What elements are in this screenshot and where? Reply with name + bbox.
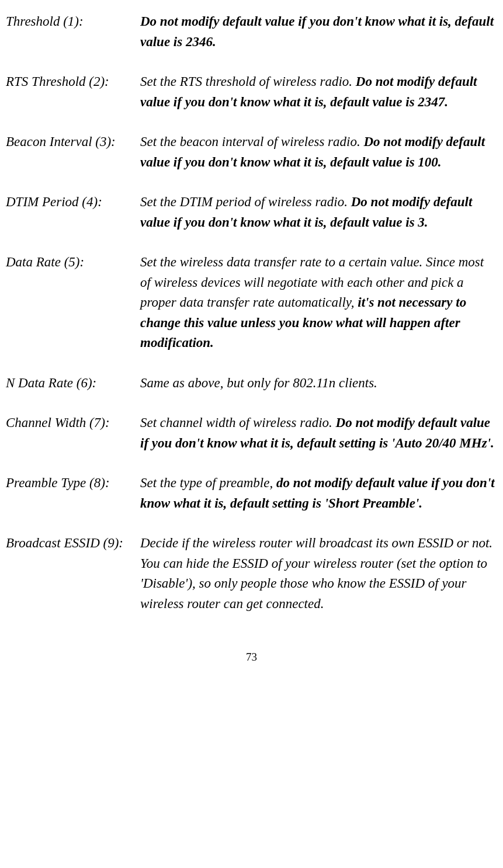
entry-rts-threshold: RTS Threshold (2): Set the RTS threshold… — [6, 72, 497, 112]
text-normal: Same as above, but only for 802.11n clie… — [140, 376, 377, 390]
entry-channel-width: Channel Width (7): Set channel width of … — [6, 413, 497, 453]
label-rts-threshold: RTS Threshold (2): — [6, 72, 140, 112]
entry-preamble-type: Preamble Type (8): Set the type of pream… — [6, 473, 497, 513]
desc-data-rate: Set the wireless data transfer rate to a… — [140, 252, 497, 353]
entry-data-rate: Data Rate (5): Set the wireless data tra… — [6, 252, 497, 353]
label-dtim-period: DTIM Period (4): — [6, 192, 140, 232]
label-data-rate: Data Rate (5): — [6, 252, 140, 353]
text-normal: Set the beacon interval of wireless radi… — [140, 134, 363, 149]
text-normal: Set the DTIM period of wireless radio. — [140, 195, 351, 209]
label-threshold: Threshold (1): — [6, 12, 140, 52]
text-normal: Decide if the wireless router will broad… — [140, 536, 492, 611]
desc-dtim-period: Set the DTIM period of wireless radio. D… — [140, 192, 497, 232]
entry-beacon-interval: Beacon Interval (3): Set the beacon inte… — [6, 132, 497, 172]
text-normal: Set the type of preamble, — [140, 475, 276, 490]
label-channel-width: Channel Width (7): — [6, 413, 140, 453]
label-preamble-type: Preamble Type (8): — [6, 473, 140, 513]
desc-beacon-interval: Set the beacon interval of wireless radi… — [140, 132, 497, 172]
entry-dtim-period: DTIM Period (4): Set the DTIM period of … — [6, 192, 497, 232]
label-n-data-rate: N Data Rate (6): — [6, 373, 140, 394]
desc-preamble-type: Set the type of preamble, do not modify … — [140, 473, 497, 513]
entry-broadcast-essid: Broadcast ESSID (9): Decide if the wirel… — [6, 533, 497, 614]
label-beacon-interval: Beacon Interval (3): — [6, 132, 140, 172]
entry-n-data-rate: N Data Rate (6): Same as above, but only… — [6, 373, 497, 394]
desc-channel-width: Set channel width of wireless radio. Do … — [140, 413, 497, 453]
desc-n-data-rate: Same as above, but only for 802.11n clie… — [140, 373, 497, 394]
desc-rts-threshold: Set the RTS threshold of wireless radio.… — [140, 72, 497, 112]
text-bold: Do not modify default value if you don't… — [140, 14, 494, 49]
label-broadcast-essid: Broadcast ESSID (9): — [6, 533, 140, 614]
desc-broadcast-essid: Decide if the wireless router will broad… — [140, 533, 497, 614]
desc-threshold: Do not modify default value if you don't… — [140, 12, 497, 52]
entry-threshold: Threshold (1): Do not modify default val… — [6, 12, 497, 52]
page-number: 73 — [6, 649, 497, 666]
text-normal: Set the RTS threshold of wireless radio. — [140, 74, 356, 89]
document-body: Threshold (1): Do not modify default val… — [6, 12, 497, 614]
text-normal: Set channel width of wireless radio. — [140, 415, 336, 430]
